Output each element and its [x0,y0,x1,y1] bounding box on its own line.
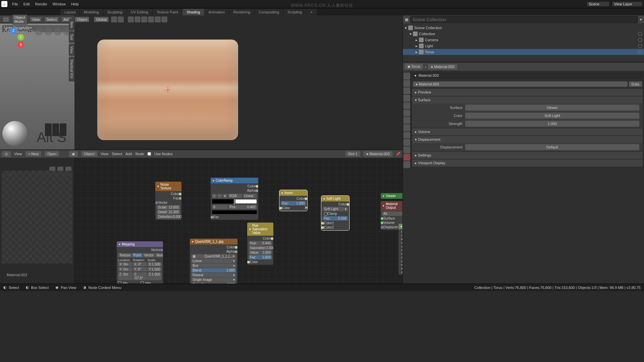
ne-m-view[interactable]: View [101,152,109,156]
prop-mesh-icon[interactable] [404,146,410,153]
strength-field[interactable]: 1.000 [465,121,639,127]
outliner-type-icon[interactable]: ▦ [405,17,408,22]
vp-zoom-icon[interactable] [35,27,43,36]
ws-comp[interactable]: Compositing [255,9,283,15]
vp-object[interactable]: Object [74,16,90,22]
propedit-icon[interactable] [118,16,124,22]
npanel-tab-view[interactable]: View [69,44,74,56]
use-nodes-checkbox[interactable] [148,152,151,156]
map-vector[interactable]: Vector [143,253,155,257]
breadcrumb-material[interactable]: ● Material.003 [428,64,457,69]
map-normal[interactable]: Normal [155,253,163,257]
invert-fac[interactable]: Fac:1.000 [281,201,306,205]
overlay-toggle-icon[interactable] [128,16,134,22]
ws-texpaint[interactable]: Texture Paint [153,9,182,15]
ramp-index[interactable]: 0 [212,205,228,209]
shading-render-icon[interactable] [161,16,167,22]
node-principled-bsdf[interactable]: P... GG...Ch... Bas...Sub... Sub...Sub..… [398,223,402,275]
tree-collection[interactable]: ▾Collection [403,31,644,37]
editor-type-icon[interactable]: ⬚ [2,16,10,22]
axis-z-icon[interactable]: Z [10,27,17,34]
visibility-icon[interactable] [638,44,642,48]
ws-render[interactable]: Rendering [229,9,254,15]
ne-object-type[interactable]: Object [81,151,97,157]
ramp-color-swatch[interactable] [212,210,257,214]
pin-icon[interactable]: 📌 [396,152,400,156]
ramp-pos[interactable]: Pos0.482 [228,205,257,209]
ne-editor-icon[interactable]: ◎ [2,151,11,157]
material-slot[interactable]: ● Material.003 [412,72,643,79]
visibility-icon[interactable] [638,38,642,42]
outliner-search[interactable] [410,16,638,23]
prop-render-icon[interactable] [404,73,410,79]
img-colorspace[interactable]: Color SpacesRGB [191,282,236,284]
ws-anim[interactable]: Animation [205,9,229,15]
map-texture[interactable]: Texture [118,253,132,257]
mix-mode[interactable]: Soft Light▾ [323,207,348,211]
noise-detail[interactable]: Detail:15.300 [157,210,180,214]
menu-render[interactable]: Render [33,2,50,6]
menu-edit[interactable]: Edit [21,2,33,6]
breadcrumb-object[interactable]: ◆ Torus [405,64,423,69]
scene-field[interactable]: Scene [587,1,610,7]
tree-camera[interactable]: ▸Camera [403,37,644,43]
prop-scene-icon[interactable] [404,95,410,102]
prop-world-icon[interactable] [404,102,410,109]
ne-open[interactable]: Open [45,151,59,157]
ramp-add[interactable]: + [212,194,217,198]
surface-color-field[interactable]: Soft Light [465,113,639,119]
ws-add[interactable]: + [306,9,316,15]
sec-settings[interactable]: ▸ Settings [412,152,643,159]
npanel-tab-shortcut[interactable]: Shortcut VUr [69,57,74,81]
material-name-field[interactable]: ● Material.003 [413,81,628,87]
mode-dropdown[interactable]: Object Mode [12,14,28,24]
prop-output-icon[interactable] [404,80,410,87]
ws-script[interactable]: Scripting [283,9,306,15]
axis-y-icon[interactable]: Y [17,34,24,41]
displacement-field[interactable]: Default [465,144,639,150]
sec-volume[interactable]: ▸ Volume [412,128,643,135]
node-editor[interactable]: ◎ View + New Open ◉ Object View Select A… [0,149,402,284]
node-noise-texture[interactable]: Noise Texture Color Fac Vector Scale:13.… [155,181,182,220]
uv-checker-grid[interactable] [2,171,72,263]
ws-modeling[interactable]: Modeling [80,9,103,15]
menu-window[interactable]: Window [50,2,68,6]
img-ext[interactable]: Repeat▾ [191,273,236,277]
viewlayer-field[interactable]: View Layer [612,1,643,7]
shading-wire-icon[interactable] [141,16,147,22]
ne-shadertype-icon[interactable]: ◉ [69,151,78,157]
ramp-gradient[interactable] [212,199,257,204]
ne-m-select[interactable]: Select [112,152,122,156]
npanel-tab-tool[interactable]: Tool [69,31,74,43]
menu-help[interactable]: Help [68,2,82,6]
prop-viewlayer-icon[interactable] [404,87,410,94]
ramp-mode[interactable]: RGB [228,194,242,198]
ne-new[interactable]: + New [25,151,42,157]
node-colorramp[interactable]: ColorRamp Color Alpha + − ▾ RGB Linear [210,177,259,220]
nav-gizmo[interactable]: Z Y X [3,27,24,48]
hsv-val[interactable]: Value:2.000 [249,250,272,255]
tree-scene-collection[interactable]: ▾Scene Collection [403,25,644,31]
mix-fac[interactable]: Fac:0.500 [323,216,348,221]
matout-target[interactable]: All [382,212,402,216]
ne-m-node[interactable]: Node [136,152,144,156]
prop-texture-icon[interactable] [404,161,410,168]
ramp-del[interactable]: − [217,194,222,198]
img-blend[interactable]: Blend:1.000 [191,268,236,273]
ws-uv[interactable]: UV Editing [127,9,152,15]
menu-file[interactable]: File [9,2,21,6]
prop-physics-icon[interactable] [404,132,410,138]
vp-camera-icon[interactable] [54,27,62,36]
ws-layout[interactable]: Layout [60,9,79,15]
node-hsv[interactable]: Hue Saturation Value Color Hue:0.440 Sat… [247,222,274,265]
ramp-menu[interactable]: ▾ [223,194,227,198]
ne-m-add[interactable]: Add [125,152,132,156]
prop-material-icon[interactable] [404,154,410,161]
ramp-interp[interactable]: Linear [243,194,257,198]
shading-matprev-icon[interactable] [155,16,161,22]
img-interp[interactable]: Linear▾ [191,259,236,263]
hsv-hue[interactable]: Hue:0.440 [249,241,272,245]
ws-sculpting[interactable]: Sculpting [103,9,126,15]
vp-move-icon[interactable] [44,27,52,36]
sec-preview[interactable]: ▸ Preview [412,89,643,96]
